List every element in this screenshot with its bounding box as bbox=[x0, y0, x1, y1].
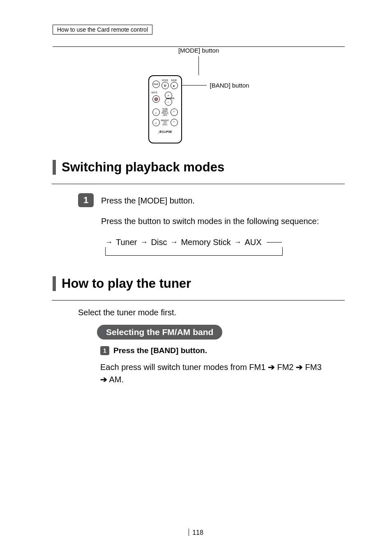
volume-down-icon: − bbox=[165, 98, 172, 106]
pwr-button-icon: PWR bbox=[152, 81, 160, 88]
mute-icon: 🔇 bbox=[152, 95, 160, 103]
sub-step-badge: 1 bbox=[100, 346, 109, 355]
cycle-item: Disc bbox=[151, 238, 167, 247]
section-heading: Switching playback modes bbox=[62, 160, 345, 175]
remote-illustration: PWR MODE ⏻ BAND ◐ MUTE 🔇 + VOLUME − bbox=[148, 75, 182, 143]
band-tiny-label: BAND bbox=[171, 79, 177, 81]
arrow-icon: → bbox=[141, 238, 148, 247]
arrow-icon: ➔ bbox=[100, 375, 107, 384]
heading-bar-icon bbox=[53, 276, 56, 291]
subsection-pill: Selecting the FM/AM band bbox=[97, 325, 222, 340]
preset-down-icon: ⌄ bbox=[152, 119, 160, 126]
arrow-icon: ➔ bbox=[296, 363, 303, 372]
leader-line bbox=[198, 56, 199, 75]
tune-up-icon: ⌃ bbox=[171, 109, 178, 116]
step-badge: 1 bbox=[78, 193, 94, 207]
mode-button-icon: ⏻ bbox=[161, 82, 169, 89]
tune-down-icon: ⌄ bbox=[152, 109, 160, 116]
preset-ch-label: PRESET CH bbox=[160, 120, 171, 124]
breadcrumb-header: How to use the Card remote control bbox=[53, 25, 152, 35]
heading-underline bbox=[52, 300, 345, 300]
arrow-icon: ➔ bbox=[268, 363, 275, 372]
remote-brand: ╱ECLIPSE bbox=[152, 130, 178, 134]
disc-label: DISC bbox=[160, 124, 171, 126]
section-how-to-play-tuner: How to play the tuner Select the tuner m… bbox=[53, 276, 345, 386]
section-heading: How to play the tuner bbox=[62, 276, 345, 291]
arrow-icon: → bbox=[170, 238, 178, 247]
band-button-icon: ◐ bbox=[171, 82, 178, 89]
arrow-icon: → bbox=[105, 238, 113, 247]
cycle-item: Memory Stick bbox=[181, 238, 231, 247]
band-button-label: [BAND] button bbox=[210, 82, 249, 89]
heading-underline bbox=[52, 184, 345, 184]
cycle-item: AUX bbox=[245, 238, 262, 247]
sub-step-detail: Each press will switch tuner modes from … bbox=[100, 361, 330, 386]
section-intro: Select the tuner mode first. bbox=[78, 308, 345, 317]
cycle-return-line bbox=[105, 247, 283, 256]
sub-step-instruction: Press the [BAND] button. bbox=[113, 346, 207, 355]
mode-tiny-label: MODE bbox=[162, 79, 168, 81]
mode-cycle-diagram: → Tuner → Disc → Memory Stick → AUX bbox=[105, 236, 282, 256]
sub-step-1: 1 Press the [BAND] button. bbox=[100, 346, 345, 355]
section-switching-playback: Switching playback modes 1 Press the [MO… bbox=[53, 160, 345, 256]
step-1: 1 Press the [MODE] button. bbox=[78, 193, 345, 207]
page-number: 118 bbox=[0, 529, 392, 536]
step-detail: Press the button to switch modes in the … bbox=[101, 215, 345, 227]
mode-button-label: [MODE] button bbox=[178, 47, 219, 54]
breadcrumb-text: How to use the Card remote control bbox=[57, 26, 148, 33]
heading-bar-icon bbox=[53, 160, 56, 175]
track-aps-label: TRACK APS bbox=[160, 112, 171, 116]
band-leader-line bbox=[182, 85, 207, 86]
arrow-icon: → bbox=[234, 238, 242, 247]
mute-label: MUTE bbox=[152, 92, 157, 94]
remote-diagram: [MODE] button PWR MODE ⏻ BAND ◐ MUTE bbox=[53, 47, 345, 143]
step-instruction: Press the [MODE] button. bbox=[101, 193, 195, 206]
cycle-item: Tuner bbox=[116, 238, 137, 247]
preset-up-icon: ⌃ bbox=[171, 119, 178, 126]
